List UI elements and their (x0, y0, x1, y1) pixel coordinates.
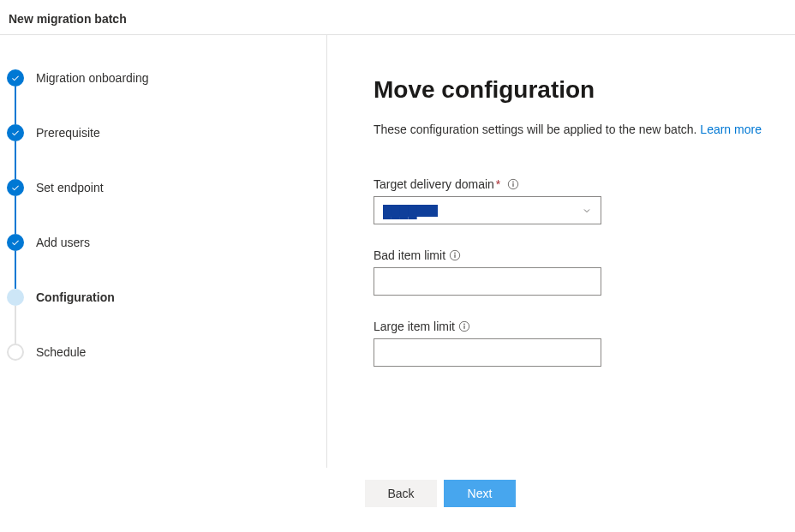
wizard-title: New migration batch (9, 12, 786, 26)
step-label: Migration onboarding (36, 69, 149, 87)
bad-item-limit-input[interactable] (374, 267, 601, 296)
page-title: Move configuration (374, 76, 786, 104)
field-label: Bad item limit (374, 248, 786, 262)
svg-point-4 (454, 253, 456, 254)
wizard-steps-sidebar: Migration onboarding Prerequisite Set en… (0, 35, 327, 468)
step-connector (15, 251, 16, 289)
svg-rect-8 (463, 326, 464, 329)
chevron-down-icon (582, 206, 592, 216)
field-large-item-limit: Large item limit (374, 320, 786, 367)
step-indicator-done (7, 69, 24, 87)
step-indicator-done (7, 179, 24, 196)
label-text: Bad item limit (374, 248, 445, 262)
step-connector (15, 306, 16, 344)
wizard-body: Migration onboarding Prerequisite Set en… (0, 35, 795, 468)
field-bad-item-limit: Bad item limit (374, 248, 786, 296)
step-label: Add users (36, 234, 90, 251)
back-button[interactable]: Back (365, 480, 437, 507)
step-set-endpoint[interactable]: Set endpoint (7, 179, 326, 196)
page-description: These configuration settings will be app… (374, 123, 786, 136)
label-text: Large item limit (374, 320, 455, 333)
checkmark-icon (11, 183, 20, 192)
target-delivery-domain-dropdown[interactable]: ████ (374, 196, 601, 224)
wizard-footer: Back Next (0, 468, 795, 507)
step-prerequisite[interactable]: Prerequisite (7, 124, 326, 141)
step-configuration[interactable]: Configuration (7, 289, 326, 306)
step-migration-onboarding[interactable]: Migration onboarding (7, 69, 326, 87)
info-icon[interactable] (458, 320, 470, 332)
field-label: Target delivery domain * (374, 177, 786, 191)
learn-more-link[interactable]: Learn more (700, 123, 762, 136)
required-indicator: * (496, 177, 500, 191)
step-connector (15, 196, 16, 234)
step-indicator-done (7, 234, 24, 251)
field-label: Large item limit (374, 320, 786, 333)
step-indicator-future (7, 344, 24, 361)
large-item-limit-input[interactable] (374, 338, 601, 367)
step-label: Set endpoint (36, 179, 104, 196)
checkmark-icon (11, 74, 20, 82)
checkmark-icon (11, 238, 20, 247)
step-label: Configuration (36, 289, 115, 306)
step-label: Prerequisite (36, 124, 100, 141)
wizard-main-panel: Move configuration These configuration s… (327, 35, 795, 468)
step-connector (15, 87, 16, 124)
field-target-delivery-domain: Target delivery domain * ████ (374, 177, 786, 224)
step-indicator-done (7, 124, 24, 141)
step-indicator-current (7, 289, 24, 306)
description-text: These configuration settings will be app… (374, 123, 700, 136)
svg-point-1 (513, 182, 515, 183)
next-button[interactable]: Next (444, 480, 516, 507)
svg-rect-2 (513, 183, 514, 187)
info-icon[interactable] (449, 249, 461, 261)
step-schedule[interactable]: Schedule (7, 344, 326, 361)
info-icon[interactable] (507, 178, 519, 190)
step-add-users[interactable]: Add users (7, 234, 326, 251)
step-connector (15, 141, 16, 179)
step-label: Schedule (36, 344, 86, 361)
svg-point-7 (463, 324, 465, 326)
svg-rect-5 (454, 254, 455, 258)
wizard-header: New migration batch (0, 0, 795, 35)
checkmark-icon (11, 129, 20, 137)
label-text: Target delivery domain (374, 177, 494, 191)
dropdown-selected-value: ████ (383, 205, 438, 217)
